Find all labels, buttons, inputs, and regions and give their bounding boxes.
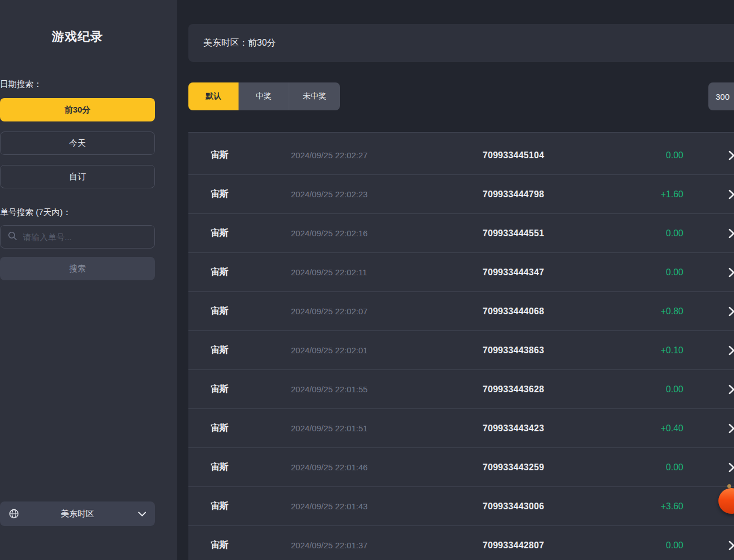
table-row[interactable]: 宙斯2024/09/25 22:02:277099334451040.00 bbox=[188, 136, 734, 175]
timezone-label: 美东时区 bbox=[61, 509, 94, 519]
main-content: 美东时区：前30分 默认中奖未中奖 300 宙斯2024/09/25 22:02… bbox=[177, 0, 734, 560]
win-amount: +0.80 bbox=[639, 306, 734, 316]
win-amount: +0.10 bbox=[639, 345, 734, 356]
chevron-right-icon bbox=[728, 150, 734, 160]
globe-icon bbox=[9, 509, 19, 519]
bet-time: 2024/09/25 22:02:11 bbox=[291, 267, 483, 277]
game-name: 宙斯 bbox=[188, 383, 291, 395]
chevron-right-icon bbox=[728, 345, 734, 355]
chevron-right-icon bbox=[728, 306, 734, 316]
win-amount: 0.00 bbox=[639, 462, 734, 473]
search-button[interactable]: 搜索 bbox=[0, 257, 155, 280]
chevron-right-icon bbox=[728, 540, 734, 550]
order-search-label: 单号搜索 (7天内)： bbox=[0, 207, 155, 218]
search-icon bbox=[8, 231, 17, 243]
order-search-box bbox=[0, 225, 155, 249]
game-name: 宙斯 bbox=[188, 305, 291, 317]
order-number: 709933443863 bbox=[483, 345, 639, 356]
bet-time: 2024/09/25 22:01:51 bbox=[291, 423, 483, 433]
table-row[interactable]: 宙斯2024/09/25 22:01:51709933443423+0.40 bbox=[188, 409, 734, 448]
order-number: 709933442807 bbox=[483, 540, 639, 551]
table-row[interactable]: 宙斯2024/09/25 22:01:43709933443006+3.60 bbox=[188, 487, 734, 526]
order-number: 709933444798 bbox=[483, 189, 639, 199]
game-records-page: 游戏纪录 日期搜索： 前30分今天自订 单号搜索 (7天内)： 搜索 美东时区 … bbox=[0, 0, 734, 560]
tab-not-won[interactable]: 未中奖 bbox=[289, 82, 340, 110]
game-name: 宙斯 bbox=[188, 539, 291, 551]
table-row[interactable]: 宙斯2024/09/25 22:02:07709933444068+0.80 bbox=[188, 292, 734, 331]
tab-won[interactable]: 中奖 bbox=[239, 82, 289, 110]
floating-widget-dot bbox=[727, 484, 731, 488]
table-row[interactable]: 宙斯2024/09/25 22:01:377099334428070.00 bbox=[188, 526, 734, 560]
game-name: 宙斯 bbox=[188, 149, 291, 161]
date-search-label: 日期搜索： bbox=[0, 79, 155, 90]
header-bar: 美东时区：前30分 bbox=[188, 24, 734, 62]
page-title: 游戏纪录 bbox=[0, 28, 155, 45]
win-amount: 0.00 bbox=[639, 228, 734, 238]
win-amount: 0.00 bbox=[639, 384, 734, 395]
order-number: 709933444068 bbox=[483, 306, 639, 316]
win-amount: 0.00 bbox=[639, 150, 734, 160]
filter-tabs: 默认中奖未中奖 bbox=[188, 82, 340, 110]
bet-time: 2024/09/25 22:01:43 bbox=[291, 501, 483, 511]
game-name: 宙斯 bbox=[188, 188, 291, 200]
chevron-right-icon bbox=[728, 462, 734, 472]
bet-time: 2024/09/25 22:02:27 bbox=[291, 150, 483, 160]
chevron-right-icon bbox=[728, 423, 734, 433]
date-range-button[interactable]: 今天 bbox=[0, 132, 155, 155]
game-name: 宙斯 bbox=[188, 344, 291, 356]
win-amount: 0.00 bbox=[639, 267, 734, 277]
header-title: 美东时区：前30分 bbox=[203, 37, 276, 49]
order-number: 709933445104 bbox=[483, 150, 639, 160]
tab-default[interactable]: 默认 bbox=[188, 82, 239, 110]
chevron-right-icon bbox=[728, 228, 734, 238]
records-table: 宙斯2024/09/25 22:02:277099334451040.00宙斯2… bbox=[188, 132, 734, 560]
win-amount: +0.40 bbox=[639, 423, 734, 434]
order-number: 709933444347 bbox=[483, 267, 639, 277]
bet-time: 2024/09/25 22:01:37 bbox=[291, 540, 483, 550]
table-row[interactable]: 宙斯2024/09/25 22:02:117099334443470.00 bbox=[188, 253, 734, 292]
order-number: 709933443006 bbox=[483, 501, 639, 512]
bet-time: 2024/09/25 22:02:01 bbox=[291, 345, 483, 355]
game-name: 宙斯 bbox=[188, 461, 291, 473]
game-name: 宙斯 bbox=[188, 422, 291, 434]
order-search-input[interactable] bbox=[23, 232, 154, 242]
sidebar: 游戏纪录 日期搜索： 前30分今天自订 单号搜索 (7天内)： 搜索 美东时区 bbox=[0, 0, 177, 560]
bet-time: 2024/09/25 22:02:16 bbox=[291, 228, 483, 238]
table-row[interactable]: 宙斯2024/09/25 22:02:01709933443863+0.10 bbox=[188, 331, 734, 370]
chevron-right-icon bbox=[728, 189, 734, 199]
chevron-right-icon bbox=[728, 267, 734, 277]
bet-time: 2024/09/25 22:01:46 bbox=[291, 462, 483, 472]
date-range-button[interactable]: 自订 bbox=[0, 165, 155, 188]
timezone-selector[interactable]: 美东时区 bbox=[0, 501, 155, 526]
win-amount: 0.00 bbox=[639, 540, 734, 551]
order-number: 709933443259 bbox=[483, 462, 639, 473]
date-range-button[interactable]: 前30分 bbox=[0, 98, 155, 121]
win-amount: +1.60 bbox=[639, 189, 734, 199]
order-number: 709933443423 bbox=[483, 423, 639, 434]
chevron-down-icon bbox=[138, 512, 146, 517]
table-row[interactable]: 宙斯2024/09/25 22:02:23709933444798+1.60 bbox=[188, 175, 734, 214]
order-number: 709933444551 bbox=[483, 228, 639, 238]
bet-time: 2024/09/25 22:01:55 bbox=[291, 384, 483, 394]
bet-time: 2024/09/25 22:02:07 bbox=[291, 306, 483, 316]
table-row[interactable]: 宙斯2024/09/25 22:01:557099334436280.00 bbox=[188, 370, 734, 409]
order-number: 709933443628 bbox=[483, 384, 639, 395]
bet-time: 2024/09/25 22:02:23 bbox=[291, 189, 483, 199]
chevron-right-icon bbox=[728, 384, 734, 394]
game-name: 宙斯 bbox=[188, 266, 291, 278]
game-name: 宙斯 bbox=[188, 500, 291, 512]
game-name: 宙斯 bbox=[188, 227, 291, 239]
table-row[interactable]: 宙斯2024/09/25 22:01:467099334432590.00 bbox=[188, 448, 734, 487]
page-size-button[interactable]: 300 bbox=[708, 82, 734, 110]
table-row[interactable]: 宙斯2024/09/25 22:02:167099334445510.00 bbox=[188, 214, 734, 253]
